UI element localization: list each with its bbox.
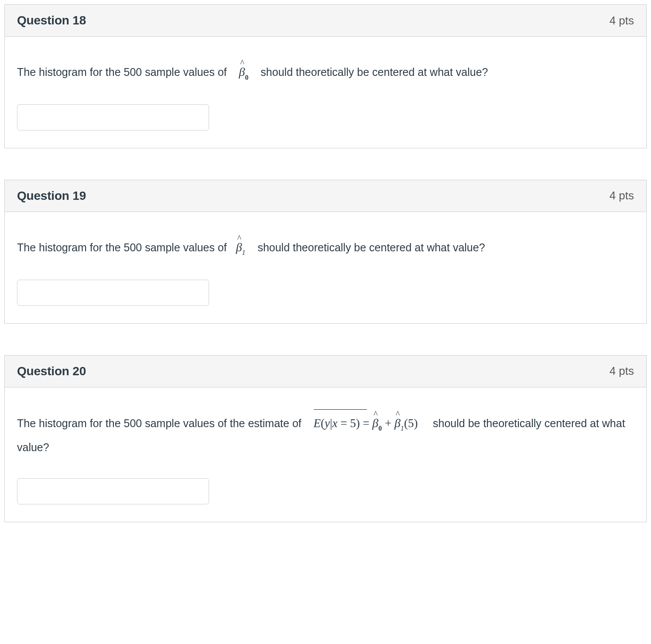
beta0-hat-symbol: ^β0 xyxy=(239,66,249,78)
prompt-after: should theoretically be centered at what… xyxy=(260,66,488,78)
question-prompt: The histogram for the 500 sample values … xyxy=(17,235,634,260)
question-body: The histogram for the 500 sample values … xyxy=(5,37,646,148)
expectation-expression-symbol: E(y|x = 5) = ^β0 + ^β1(5) xyxy=(314,417,421,430)
question-title: Question 18 xyxy=(17,14,86,27)
question-title: Question 19 xyxy=(17,189,86,203)
question-points: 4 pts xyxy=(610,189,634,202)
question-header: Question 19 4 pts xyxy=(5,180,646,212)
question-card-18: Question 18 4 pts The histogram for the … xyxy=(4,4,647,148)
question-title: Question 20 xyxy=(17,364,86,378)
prompt-after: should theoretically be centered at what… xyxy=(257,241,485,253)
question-points: 4 pts xyxy=(610,364,634,378)
prompt-before: The histogram for the 500 sample values … xyxy=(17,417,302,429)
question-header: Question 18 4 pts xyxy=(5,5,646,37)
question-body: The histogram for the 500 sample values … xyxy=(5,212,646,323)
question-card-19: Question 19 4 pts The histogram for the … xyxy=(4,180,647,324)
prompt-before: The histogram for the 500 sample values … xyxy=(17,66,227,78)
question-prompt: The histogram for the 500 sample values … xyxy=(17,410,634,459)
answer-input[interactable] xyxy=(17,280,209,306)
question-points: 4 pts xyxy=(610,14,634,27)
prompt-before: The histogram for the 500 sample values … xyxy=(17,241,227,253)
question-header: Question 20 4 pts xyxy=(5,356,646,387)
answer-input[interactable] xyxy=(17,104,209,130)
question-prompt: The histogram for the 500 sample values … xyxy=(17,59,634,85)
question-body: The histogram for the 500 sample values … xyxy=(5,387,646,522)
question-card-20: Question 20 4 pts The histogram for the … xyxy=(4,355,647,522)
answer-input[interactable] xyxy=(17,478,209,504)
beta1-hat-symbol: ^β1 xyxy=(236,242,246,253)
